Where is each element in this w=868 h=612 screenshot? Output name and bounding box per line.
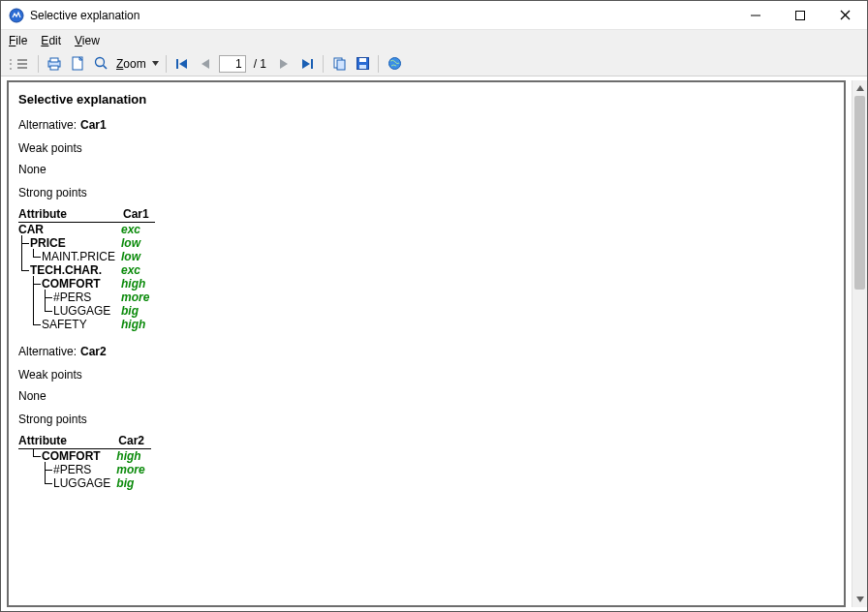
toolbar-grip-icon: ⋮ — [5, 57, 9, 71]
attr-value-cell: exc — [121, 263, 155, 277]
alternative-line: Alternative:Car2 — [18, 345, 834, 358]
last-page-icon[interactable] — [297, 54, 317, 74]
save-icon[interactable] — [353, 54, 372, 74]
strong-points-heading: Strong points — [18, 413, 834, 426]
svg-rect-20 — [311, 59, 313, 69]
maximize-button[interactable] — [778, 1, 822, 29]
alternative-name: Car2 — [80, 345, 107, 358]
window-title: Selective explanation — [30, 9, 733, 22]
attr-name-cell: #PERS — [18, 291, 121, 304]
table-row: COMFORThigh — [18, 449, 151, 464]
page-number-input[interactable] — [219, 55, 246, 73]
scroll-down-icon[interactable] — [852, 592, 867, 607]
svg-rect-24 — [359, 58, 366, 62]
attr-value-cell: exc — [121, 223, 155, 237]
scroll-up-icon[interactable] — [852, 80, 867, 96]
zoom-dropdown-icon[interactable] — [152, 61, 160, 66]
titlebar: Selective explanation — [1, 1, 867, 30]
svg-rect-25 — [359, 65, 366, 69]
none-label: None — [18, 163, 834, 176]
window-controls — [733, 1, 867, 29]
menu-file[interactable]: File — [9, 34, 27, 47]
col-value: Car2 — [116, 434, 150, 449]
attr-value-cell: high — [121, 318, 155, 331]
attr-value-cell: more — [121, 291, 155, 304]
zoom-icon[interactable] — [91, 54, 110, 74]
table-row: SAFETYhigh — [18, 318, 155, 331]
svg-line-13 — [103, 66, 107, 70]
svg-marker-27 — [856, 85, 864, 91]
globe-icon[interactable] — [385, 54, 404, 74]
menu-view[interactable]: View — [75, 34, 100, 47]
table-row: LUGGAGEbig — [18, 304, 155, 318]
svg-rect-15 — [176, 59, 178, 69]
svg-marker-16 — [179, 59, 187, 69]
menu-edit[interactable]: Edit — [41, 34, 61, 47]
app-window: Selective explanation File Edit View ⋮ — [0, 0, 868, 612]
toolbar-separator — [378, 55, 379, 73]
attr-value-cell: low — [121, 236, 155, 250]
svg-marker-17 — [202, 59, 209, 69]
svg-rect-22 — [337, 60, 345, 70]
table-row: PRICElow — [18, 236, 155, 250]
page-icon[interactable] — [68, 54, 87, 74]
attr-value-cell: low — [121, 250, 155, 263]
attribute-table: AttributeCar1CARexcPRICElowMAINT.PRICElo… — [18, 207, 155, 331]
attr-value-cell: high — [121, 277, 155, 291]
prev-page-icon[interactable] — [196, 54, 215, 74]
attr-value-cell: more — [116, 463, 150, 476]
attr-name-cell: COMFORT — [18, 449, 116, 464]
page-total-label: / 1 — [250, 57, 270, 71]
col-attribute: Attribute — [18, 207, 121, 223]
attr-value-cell: big — [116, 476, 150, 490]
menubar: File Edit View — [1, 30, 867, 51]
strong-points-heading: Strong points — [18, 186, 834, 199]
print-icon[interactable] — [45, 54, 64, 74]
alternative-label: Alternative: — [18, 345, 77, 358]
scroll-track[interactable] — [852, 96, 867, 592]
svg-marker-19 — [302, 59, 310, 69]
none-label: None — [18, 389, 834, 403]
col-value: Car1 — [121, 207, 155, 223]
next-page-icon[interactable] — [274, 54, 294, 74]
attr-name-cell: #PERS — [18, 463, 116, 476]
alternative-line: Alternative:Car1 — [18, 118, 834, 132]
svg-rect-10 — [50, 66, 58, 70]
table-row: LUGGAGEbig — [18, 476, 151, 490]
svg-marker-18 — [280, 59, 288, 69]
alternative-name: Car1 — [80, 118, 107, 132]
attr-value-cell: high — [116, 449, 150, 464]
copy-icon[interactable] — [329, 54, 349, 74]
svg-marker-14 — [152, 61, 159, 66]
attribute-table: AttributeCar2COMFORThigh#PERSmoreLUGGAGE… — [18, 434, 151, 490]
hamburger-icon[interactable] — [13, 54, 32, 74]
attr-name-cell: PRICE — [18, 236, 121, 250]
attr-name-cell: TECH.CHAR. — [18, 263, 121, 277]
weak-points-heading: Weak points — [18, 368, 834, 382]
svg-rect-2 — [796, 11, 805, 19]
table-row: MAINT.PRICElow — [18, 250, 155, 263]
first-page-icon[interactable] — [172, 54, 192, 74]
attr-name-cell: SAFETY — [18, 318, 121, 331]
attr-name-cell: COMFORT — [18, 277, 121, 291]
table-row: CARexc — [18, 223, 155, 237]
zoom-label[interactable]: Zoom — [114, 57, 148, 71]
attr-name-cell: LUGGAGE — [18, 476, 116, 490]
table-row: #PERSmore — [18, 291, 155, 304]
minimize-button[interactable] — [733, 1, 778, 29]
report-title: Selective explanation — [18, 92, 834, 107]
close-button[interactable] — [822, 1, 867, 29]
svg-rect-9 — [50, 58, 58, 62]
vertical-scrollbar[interactable] — [852, 80, 867, 607]
table-row: TECH.CHAR.exc — [18, 263, 155, 277]
svg-marker-28 — [856, 597, 864, 602]
alternative-label: Alternative: — [18, 118, 77, 132]
attr-name-cell: MAINT.PRICE — [18, 250, 121, 263]
toolbar-separator — [323, 55, 324, 73]
content-area: Selective explanation Alternative:Car1We… — [1, 76, 867, 611]
app-icon — [9, 8, 24, 23]
attr-value-cell: big — [121, 304, 155, 318]
scroll-thumb[interactable] — [854, 96, 865, 290]
weak-points-heading: Weak points — [18, 141, 834, 155]
toolbar-separator — [166, 55, 167, 73]
